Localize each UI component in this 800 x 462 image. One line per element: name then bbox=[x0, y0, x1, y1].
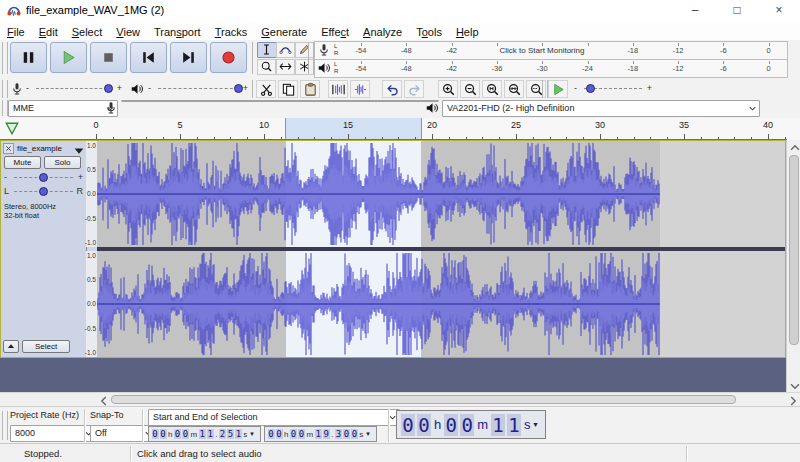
select-track-button[interactable]: Select bbox=[22, 340, 70, 353]
trim-audio-button[interactable] bbox=[328, 80, 348, 98]
track-title[interactable]: file_example bbox=[17, 144, 71, 153]
menu-generate[interactable]: Generate bbox=[254, 24, 314, 41]
selection-tool-button[interactable] bbox=[257, 42, 277, 58]
undo-button[interactable] bbox=[382, 80, 402, 98]
audio-position-display[interactable]: 00h00m11s▾ bbox=[396, 410, 546, 439]
silence-audio-button[interactable] bbox=[350, 80, 370, 98]
timeline-selection[interactable] bbox=[285, 118, 422, 140]
audio-host-select[interactable]: MME bbox=[8, 100, 118, 117]
skip-start-button[interactable] bbox=[130, 42, 167, 73]
time-unit[interactable]: h bbox=[283, 430, 289, 439]
menu-select[interactable]: Select bbox=[65, 24, 110, 41]
time-digit[interactable]: 0 bbox=[351, 429, 358, 439]
time-digit[interactable]: 0 bbox=[290, 429, 297, 439]
time-digit[interactable]: 0 bbox=[460, 414, 474, 436]
horizontal-scrollbar-thumb[interactable] bbox=[111, 395, 736, 404]
menu-file[interactable]: File bbox=[0, 24, 32, 41]
play-speed-thumb[interactable] bbox=[586, 84, 595, 93]
time-digit[interactable]: 1 bbox=[199, 429, 206, 439]
time-digit[interactable]: 2 bbox=[219, 429, 226, 439]
time-unit[interactable]: . bbox=[330, 430, 334, 439]
menu-transport[interactable]: Transport bbox=[147, 24, 208, 41]
close-button[interactable]: × bbox=[758, 0, 800, 22]
pan-thumb[interactable] bbox=[39, 187, 48, 196]
timeline-ruler[interactable]: 0510152025303540 bbox=[0, 118, 800, 141]
menu-tracks[interactable]: Tracks bbox=[208, 24, 255, 41]
play-button[interactable] bbox=[50, 42, 87, 73]
time-digit[interactable]: 0 bbox=[298, 429, 305, 439]
gain-thumb[interactable] bbox=[39, 173, 48, 182]
pan-slider[interactable]: L R bbox=[4, 185, 83, 198]
scroll-up-icon[interactable] bbox=[788, 141, 800, 153]
snap-to-select[interactable]: Off bbox=[90, 425, 156, 442]
menu-tools[interactable]: Tools bbox=[409, 24, 449, 41]
time-unit[interactable]: m bbox=[475, 417, 490, 432]
playback-device-select[interactable]: VA2201-FHD (2- High Definition bbox=[442, 100, 760, 117]
waveform-right-channel[interactable] bbox=[97, 251, 785, 357]
time-unit[interactable]: m bbox=[305, 430, 314, 439]
time-format-menu-icon[interactable]: ▾ bbox=[533, 420, 538, 429]
time-digit[interactable]: 0 bbox=[182, 429, 189, 439]
time-digit[interactable]: 1 bbox=[507, 414, 521, 436]
vertical-scrollbar-thumb[interactable] bbox=[789, 155, 799, 345]
time-unit[interactable]: h bbox=[432, 417, 443, 432]
time-digit[interactable]: 0 bbox=[152, 429, 159, 439]
time-digit[interactable]: 0 bbox=[343, 429, 350, 439]
selection-end-field[interactable]: 00h00m19.300s▾ bbox=[264, 426, 377, 442]
recording-meter[interactable]: LR-54-48-42-18-12-60Click to Start Monit… bbox=[314, 41, 788, 60]
mixer-toolbar-grip[interactable] bbox=[2, 80, 8, 98]
time-digit[interactable]: 0 bbox=[401, 414, 415, 436]
time-format-menu-icon[interactable]: ▾ bbox=[364, 430, 370, 438]
recording-device-select[interactable] bbox=[121, 100, 439, 102]
waveform-left-channel[interactable] bbox=[97, 141, 785, 247]
envelope-tool-button[interactable] bbox=[276, 42, 295, 58]
zoom-in-button[interactable] bbox=[438, 80, 458, 98]
selection-toolbar-grip[interactable] bbox=[2, 411, 8, 440]
solo-button[interactable]: Solo bbox=[44, 156, 81, 169]
time-digit[interactable]: 0 bbox=[444, 414, 458, 436]
selection-mode-select[interactable]: Start and End of Selection bbox=[148, 409, 400, 426]
time-shift-tool-button[interactable] bbox=[276, 59, 295, 75]
minimize-button[interactable]: – bbox=[674, 0, 716, 22]
gain-slider[interactable]: - + bbox=[4, 171, 83, 184]
stop-button[interactable] bbox=[90, 42, 127, 73]
time-unit[interactable]: s bbox=[522, 417, 533, 432]
pinned-play-head-icon[interactable] bbox=[5, 122, 19, 135]
zoom-fit-button[interactable] bbox=[504, 80, 524, 98]
horizontal-scrollbar[interactable] bbox=[0, 392, 800, 406]
cut-button[interactable] bbox=[256, 80, 276, 98]
playback-meter[interactable]: LR-54-48-42-36-30-24-18-12-60 bbox=[314, 59, 788, 78]
scroll-left-icon[interactable] bbox=[97, 394, 109, 406]
time-unit[interactable]: . bbox=[214, 430, 218, 439]
recording-volume-slider[interactable]: - + bbox=[26, 82, 122, 95]
time-unit[interactable]: h bbox=[167, 430, 173, 439]
pause-button[interactable] bbox=[10, 42, 47, 73]
time-digit[interactable]: 9 bbox=[323, 429, 330, 439]
time-digit[interactable]: 1 bbox=[315, 429, 322, 439]
time-digit[interactable]: 0 bbox=[160, 429, 167, 439]
play-at-speed-button[interactable] bbox=[548, 80, 568, 98]
time-digit[interactable]: 0 bbox=[268, 429, 275, 439]
scroll-down-icon[interactable] bbox=[788, 379, 800, 391]
collapse-track-button[interactable] bbox=[3, 340, 19, 353]
time-digit[interactable]: 0 bbox=[417, 414, 431, 436]
time-digit[interactable]: 1 bbox=[491, 414, 505, 436]
recording-volume-thumb[interactable] bbox=[104, 84, 113, 93]
track-close-button[interactable] bbox=[3, 143, 14, 154]
time-digit[interactable]: 1 bbox=[207, 429, 214, 439]
play-speed-slider[interactable]: - + bbox=[574, 82, 652, 95]
paste-button[interactable] bbox=[300, 80, 320, 98]
record-button[interactable] bbox=[210, 42, 247, 73]
time-digit[interactable]: 1 bbox=[235, 429, 242, 439]
zoom-out-button[interactable] bbox=[460, 80, 480, 98]
time-digit[interactable]: 3 bbox=[335, 429, 342, 439]
playback-volume-thumb[interactable] bbox=[234, 84, 243, 93]
time-digit[interactable]: 0 bbox=[276, 429, 283, 439]
vertical-scrollbar[interactable] bbox=[786, 140, 800, 392]
menu-effect[interactable]: Effect bbox=[314, 24, 356, 41]
menu-view[interactable]: View bbox=[109, 24, 147, 41]
menu-edit[interactable]: Edit bbox=[32, 24, 65, 41]
track-menu-icon[interactable] bbox=[72, 144, 82, 154]
zoom-selection-button[interactable] bbox=[482, 80, 502, 98]
menu-help[interactable]: Help bbox=[449, 24, 486, 41]
